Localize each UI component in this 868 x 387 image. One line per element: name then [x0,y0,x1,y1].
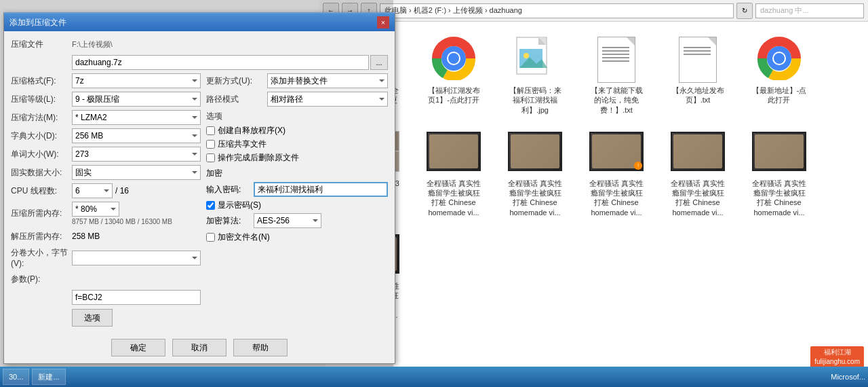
list-item[interactable]: 【福利江湖发布页1】-点此打开 [416,31,491,117]
taskbar-item-2-label: 新建... [38,372,59,382]
dict-select[interactable]: 256 MB [72,128,201,143]
shared-checkbox[interactable] [206,140,215,149]
list-item[interactable]: ! 全程骚话 真实性瘾留学生被疯狂打桩 Chinesehomemade vi..… [579,124,654,220]
list-item[interactable]: 【来了就能下载的论坛，纯免费！】.txt [579,31,654,117]
password-label: 输入密码: [206,184,254,196]
memory-label: 压缩所需内存: [11,208,72,219]
list-item[interactable]: 全程骚话 真实性瘾留学生被疯狂打桩 Chinesehomemade vi... [742,124,816,220]
search-bar[interactable]: dazhuang 中... [755,3,864,18]
left-column: 压缩格式(F): 7z 压缩等级(L): 9 - 极限压缩 压缩方法(M): *… [11,73,201,327]
file-icon-txt1 [589,34,644,83]
file-icon-chrome3 [752,34,806,83]
algo-select[interactable]: AES-256 [254,213,321,228]
path-select[interactable]: 相对路径 [267,92,388,107]
selfextract-checkbox[interactable] [206,126,215,135]
browse-button[interactable]: ... [370,55,388,70]
checkbox-shared: 压缩共享文件 [206,139,388,150]
method-label: 压缩方法(M): [11,112,72,124]
file-name: 全程骚话 真实性瘾留学生被疯狂打桩 Chinesehomemade vi... [589,179,644,217]
file-icon-video2 [508,127,562,176]
word-select[interactable]: 273 [72,147,201,162]
file-icon-video4 [671,127,725,176]
list-item[interactable]: 【解压密码：来福利江湖找福利】.jpg [498,31,572,117]
encrypt-filename-row: 加密文件名(N) [206,232,388,243]
search-placeholder-text: dazhuang 中... [760,5,809,16]
file-name: 全程骚话 真实性瘾留学生被疯狂打桩 Chinesehomemade vi... [427,179,481,217]
update-label: 更新方式(U): [206,75,267,87]
selfextract-label: 创建自释放程序(X) [218,125,285,136]
dialog-titlebar: 添加到压缩文件 × [4,14,395,31]
address-bar[interactable]: 此电脑 › 机器2 (F:) › 上传视频 › dazhuang [380,3,734,18]
taskbar-item-2[interactable]: 新建... [32,369,65,385]
archive-dialog: 添加到压缩文件 × 压缩文件 F:\上传视频\ ... 压缩格式(F): 7z [3,12,395,364]
explorer-content: 【福利江湖】全免费-无套路-更新快.txt 【福利江湖发布页1】-点此打开 [326,22,868,371]
format-select[interactable]: 7z [72,73,201,88]
list-item[interactable]: 全程骚话 真实性瘾留学生被疯狂打桩 Chinesehomemade vi... [416,124,491,220]
method-row: 压缩方法(M): * LZMA2 [11,110,201,125]
volume-row: 分卷大小，字节(V): [11,247,201,268]
file-icon-chrome2 [427,34,481,83]
orange-badge: ! [634,162,642,170]
list-item[interactable]: 【最新地址】-点此打开 [742,31,816,117]
archive-file-label: 压缩文件 [11,39,72,50]
right-column: 更新方式(U): 添加并替换文件 路径模式 相对路径 选项 [206,73,388,327]
file-icon-video1 [427,127,481,176]
file-icon-video3: ! [589,127,644,176]
password-input[interactable] [254,182,388,197]
checkbox-selfextract: 创建自释放程序(X) [206,125,388,136]
file-icon-image [508,34,562,83]
format-label: 压缩格式(F): [11,75,72,87]
archive-name-input[interactable] [72,55,369,70]
options-button[interactable]: 选项 [72,309,113,327]
list-item[interactable]: 全程骚话 真实性瘾留学生被疯狂打桩 Chinesehomemade vi... [660,124,735,220]
help-button[interactable]: 帮助 [233,339,288,356]
options-section-label: 选项 [206,111,388,122]
delete-checkbox[interactable] [206,153,215,162]
memory-value: 8757 MB / 13040 MB / 16300 MB [72,218,201,225]
solid-select[interactable]: 固实 [72,165,201,180]
file-icon-video5 [752,127,806,176]
file-name: 【最新地址】-点此打开 [752,86,807,105]
method-select[interactable]: * LZMA2 [72,110,201,125]
encrypt-filename-checkbox[interactable] [206,233,215,242]
level-select[interactable]: 9 - 极限压缩 [72,92,201,107]
level-label: 压缩等级(L): [11,94,72,105]
algo-label: 加密算法: [206,215,254,227]
params-row: 参数(P): [11,272,201,287]
show-password-checkbox[interactable] [206,201,215,210]
address-text: 此电脑 › 机器2 (F:) › 上传视频 › dazhuang [384,5,522,16]
file-name: 全程骚话 真实性瘾留学生被疯狂打桩 Chinesehomemade vi... [752,179,806,217]
volume-label: 分卷大小，字节(V): [11,247,72,268]
cpu-total: / 16 [115,186,129,196]
memory-values: * 80% 8757 MB / 13040 MB / 16300 MB [72,202,201,225]
dialog-footer: 确定 取消 帮助 [4,333,395,363]
chrome-icon [432,37,475,80]
params-input[interactable] [72,290,201,305]
explorer-toolbar: ← → ↑ 此电脑 › 机器2 (F:) › 上传视频 › dazhuang ↻… [319,0,868,22]
refresh-button[interactable]: ↻ [736,3,753,19]
file-grid: 【福利江湖】全免费-无套路-更新快.txt 【福利江湖发布页1】-点此打开 [332,29,861,325]
dialog-close-button[interactable]: × [377,16,389,29]
volume-select[interactable] [72,251,201,265]
memory-pct-select[interactable]: * 80% [72,202,119,217]
file-name: 【来了就能下载的论坛，纯免费！】.txt [591,86,643,115]
taskbar-time-label: Microsof... [831,373,865,381]
cpu-select[interactable]: 6 [72,183,113,198]
params-label: 参数(P): [11,274,72,285]
ok-button[interactable]: 确定 [111,339,165,356]
dict-label: 字典大小(D): [11,130,72,142]
delete-label: 操作完成后删除原文件 [218,152,299,164]
archive-file-row: 压缩文件 F:\上传视频\ [11,37,388,52]
algo-row: 加密算法: AES-256 [206,213,388,228]
encrypt-filename-label: 加密文件名(N) [218,232,270,243]
taskbar-item-1[interactable]: 30... [3,369,29,385]
cpu-label: CPU 线程数: [11,185,72,197]
list-item[interactable]: 全程骚话 真实性瘾留学生被疯狂打桩 Chinesehomemade vi... [498,124,572,220]
list-item[interactable]: 【永久地址发布页】.txt [660,31,735,117]
shared-label: 压缩共享文件 [218,139,267,150]
watermark: 福利江湖 fulijianghu.com [810,346,864,368]
cancel-button[interactable]: 取消 [172,339,226,356]
update-select[interactable]: 添加并替换文件 [267,73,388,88]
cpu-row: CPU 线程数: 6 / 16 [11,183,201,198]
svg-point-12 [524,53,529,58]
